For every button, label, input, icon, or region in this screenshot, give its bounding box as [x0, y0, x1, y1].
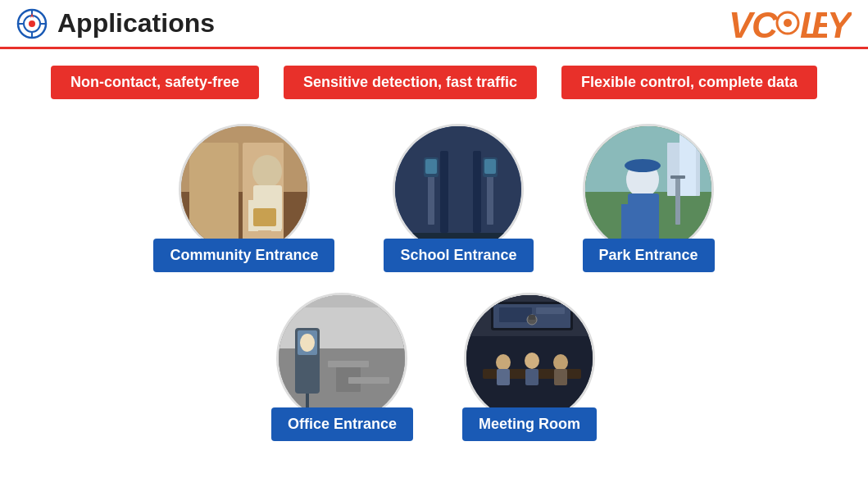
svg-rect-26 — [473, 151, 481, 233]
park-label: Park Entrance — [583, 239, 715, 272]
svg-rect-52 — [348, 377, 389, 384]
svg-text:Y: Y — [827, 5, 852, 44]
card-park: Park Entrance — [583, 124, 715, 272]
meeting-image — [464, 293, 595, 424]
vcley-y-letter: Y — [827, 3, 852, 44]
svg-text:C: C — [752, 5, 779, 44]
card-community: Community Entrance — [153, 124, 334, 272]
top-cards-row: Community Entrance — [153, 124, 714, 272]
community-image — [179, 124, 310, 255]
card-meeting: Meeting Room — [462, 293, 597, 441]
header: Applications V C L E Y — [0, 0, 868, 49]
svg-point-45 — [625, 159, 661, 172]
svg-rect-72 — [529, 315, 535, 320]
svg-rect-23 — [253, 208, 276, 226]
svg-point-11 — [784, 19, 792, 27]
page-title: Applications — [57, 8, 215, 39]
svg-rect-68 — [525, 369, 539, 385]
feature-badge-2: Sensitive detection, fast traffic — [284, 66, 537, 99]
svg-rect-50 — [328, 361, 369, 367]
community-label: Community Entrance — [153, 239, 334, 272]
svg-rect-41 — [621, 204, 633, 239]
svg-text:E: E — [811, 5, 827, 44]
feature-badge-1: Non-contact, safety-free — [51, 66, 259, 99]
svg-rect-70 — [554, 369, 567, 385]
card-office: Office Entrance — [271, 293, 413, 441]
svg-rect-38 — [679, 134, 696, 196]
svg-point-19 — [252, 155, 282, 188]
office-image — [276, 293, 407, 424]
svg-rect-44 — [670, 175, 685, 179]
bottom-cards-row: Office Entrance — [271, 293, 597, 441]
svg-point-65 — [496, 354, 511, 371]
svg-rect-25 — [440, 151, 448, 233]
vcley-logo-icon: V C L E — [729, 3, 827, 44]
svg-rect-43 — [675, 175, 680, 225]
school-label: School Entrance — [384, 239, 533, 272]
logo: V C L E Y — [729, 3, 852, 44]
svg-rect-42 — [648, 204, 659, 239]
svg-rect-49 — [279, 295, 407, 307]
meeting-label: Meeting Room — [462, 407, 597, 441]
park-image — [583, 124, 714, 255]
svg-point-2 — [29, 20, 35, 27]
svg-rect-32 — [484, 159, 496, 174]
feature-badge-3: Flexible control, complete data — [561, 66, 817, 99]
compass-target-icon — [16, 8, 48, 39]
svg-point-67 — [525, 353, 539, 369]
svg-point-69 — [553, 354, 568, 371]
svg-rect-66 — [497, 369, 510, 385]
card-school: School Entrance — [384, 124, 533, 272]
office-label: Office Entrance — [271, 407, 413, 441]
school-image — [393, 124, 524, 255]
cards-section: Community Entrance — [0, 116, 868, 441]
features-section: Non-contact, safety-free Sensitive detec… — [0, 49, 868, 116]
svg-rect-63 — [536, 307, 565, 314]
svg-point-55 — [300, 334, 315, 352]
svg-rect-31 — [425, 159, 437, 174]
